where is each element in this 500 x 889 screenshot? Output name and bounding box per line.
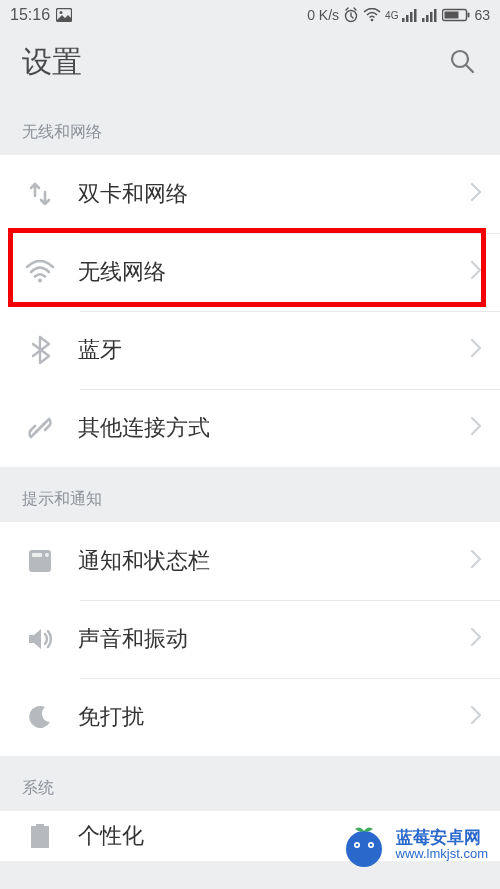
bluetooth-icon	[18, 335, 62, 365]
watermark-title: 蓝莓安卓网	[396, 828, 488, 848]
status-battery: 63	[474, 7, 490, 23]
item-wlan[interactable]: 无线网络	[0, 233, 500, 311]
svg-point-19	[45, 553, 49, 557]
svg-point-24	[369, 844, 372, 847]
status-time: 15:16	[10, 6, 50, 24]
search-button[interactable]	[446, 46, 478, 78]
item-label: 蓝牙	[78, 335, 470, 365]
item-notification-bar[interactable]: 通知和状态栏	[0, 522, 500, 600]
svg-point-1	[60, 11, 63, 14]
svg-rect-5	[406, 15, 409, 22]
item-label: 双卡和网络	[78, 179, 470, 209]
section-header-system: 系统	[0, 756, 500, 811]
svg-rect-8	[422, 18, 425, 22]
notify-icon	[18, 548, 62, 574]
item-sound[interactable]: 声音和振动	[0, 600, 500, 678]
chevron-right-icon	[470, 549, 482, 573]
item-label: 其他连接方式	[78, 413, 470, 443]
section-wireless: 双卡和网络 无线网络 蓝牙 其他连接方式	[0, 155, 500, 467]
chevron-right-icon	[470, 182, 482, 206]
section-header-wireless: 无线和网络	[0, 100, 500, 155]
link-icon	[18, 414, 62, 442]
svg-rect-6	[410, 12, 413, 22]
item-label: 免打扰	[78, 702, 470, 732]
page-title: 设置	[22, 42, 82, 83]
section-header-notify: 提示和通知	[0, 467, 500, 522]
chevron-right-icon	[470, 416, 482, 440]
watermark: 蓝莓安卓网 www.lmkjst.com	[340, 821, 488, 869]
blueberry-icon	[340, 821, 388, 869]
item-other-connections[interactable]: 其他连接方式	[0, 389, 500, 467]
item-label: 无线网络	[78, 257, 470, 287]
svg-rect-9	[426, 15, 429, 22]
item-bluetooth[interactable]: 蓝牙	[0, 311, 500, 389]
chevron-right-icon	[470, 627, 482, 651]
status-speed: 0 K/s	[307, 7, 339, 23]
item-label: 声音和振动	[78, 624, 470, 654]
svg-point-20	[346, 831, 382, 867]
theme-icon	[18, 822, 62, 850]
chevron-right-icon	[470, 705, 482, 729]
svg-point-3	[371, 19, 374, 22]
search-icon	[448, 47, 476, 78]
wifi-icon	[18, 260, 62, 284]
svg-rect-14	[445, 12, 459, 19]
alarm-icon	[343, 7, 359, 23]
svg-rect-7	[414, 9, 417, 22]
item-label: 通知和状态栏	[78, 546, 470, 576]
svg-rect-13	[468, 13, 470, 18]
sim-icon	[18, 180, 62, 208]
svg-rect-10	[430, 12, 433, 22]
dnd-icon	[18, 704, 62, 730]
header: 设置	[0, 30, 500, 100]
battery-icon	[442, 8, 470, 22]
signal2-icon	[422, 8, 438, 22]
status-bar: 15:16 0 K/s 4G 63	[0, 0, 500, 30]
picture-icon	[56, 8, 72, 22]
section-notify: 通知和状态栏 声音和振动 免打扰	[0, 522, 500, 756]
signal-icon	[402, 8, 418, 22]
wifi-status-icon	[363, 8, 381, 22]
chevron-right-icon	[470, 338, 482, 362]
item-dnd[interactable]: 免打扰	[0, 678, 500, 756]
svg-rect-18	[32, 553, 42, 557]
chevron-right-icon	[470, 260, 482, 284]
svg-rect-11	[434, 9, 437, 22]
item-dual-sim[interactable]: 双卡和网络	[0, 155, 500, 233]
status-network-type: 4G	[385, 10, 398, 21]
svg-point-23	[355, 844, 358, 847]
watermark-url: www.lmkjst.com	[396, 847, 488, 862]
svg-rect-4	[402, 18, 405, 22]
sound-icon	[18, 626, 62, 652]
svg-point-16	[38, 279, 42, 283]
